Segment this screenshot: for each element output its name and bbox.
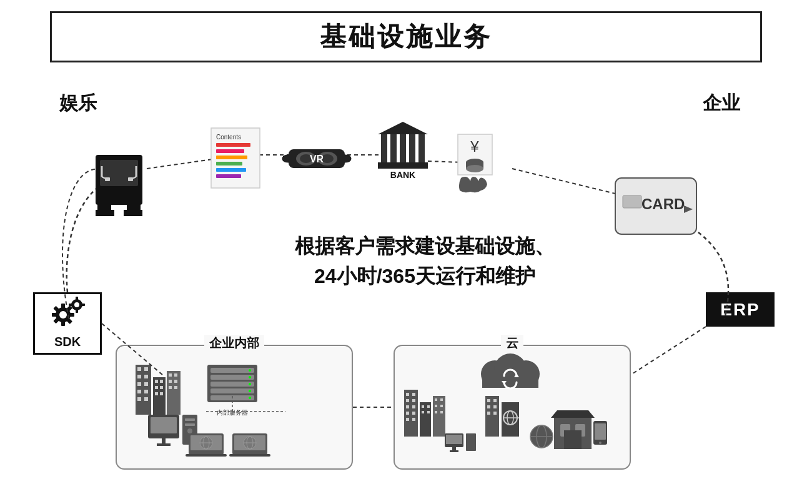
svg-rect-170	[378, 162, 428, 169]
svg-rect-148	[96, 210, 114, 216]
page-container: 基础设施业务 娱乐 企业 根据客户需求建设基础设施、 24小时/365天运行和维…	[0, 0, 812, 504]
svg-rect-168	[409, 134, 415, 162]
svg-rect-144	[105, 177, 110, 181]
svg-marker-164	[378, 122, 428, 134]
svg-rect-155	[216, 162, 242, 166]
svg-line-134	[512, 169, 615, 194]
svg-text:Contents: Contents	[216, 134, 241, 141]
svg-rect-166	[390, 134, 397, 162]
svg-text:¥: ¥	[470, 138, 479, 155]
svg-line-135	[102, 324, 162, 375]
svg-line-136	[631, 327, 706, 375]
svg-rect-145	[128, 177, 133, 181]
svg-rect-156	[216, 168, 246, 172]
svg-rect-167	[400, 134, 406, 162]
svg-rect-169	[418, 134, 425, 162]
svg-rect-139	[100, 160, 138, 186]
svg-text:VR: VR	[310, 154, 324, 164]
svg-rect-149	[124, 210, 142, 216]
svg-rect-180	[623, 195, 641, 208]
svg-rect-152	[216, 143, 250, 147]
svg-rect-153	[216, 149, 244, 153]
svg-rect-154	[216, 156, 247, 159]
svg-text:BANK: BANK	[390, 170, 415, 180]
main-overlay-svg: Contents VR	[0, 0, 812, 504]
svg-rect-165	[381, 134, 387, 162]
svg-line-130	[147, 159, 212, 169]
svg-point-176	[466, 165, 483, 172]
svg-text:CARD: CARD	[641, 195, 685, 212]
svg-rect-157	[216, 174, 241, 178]
svg-line-133	[428, 161, 462, 162]
